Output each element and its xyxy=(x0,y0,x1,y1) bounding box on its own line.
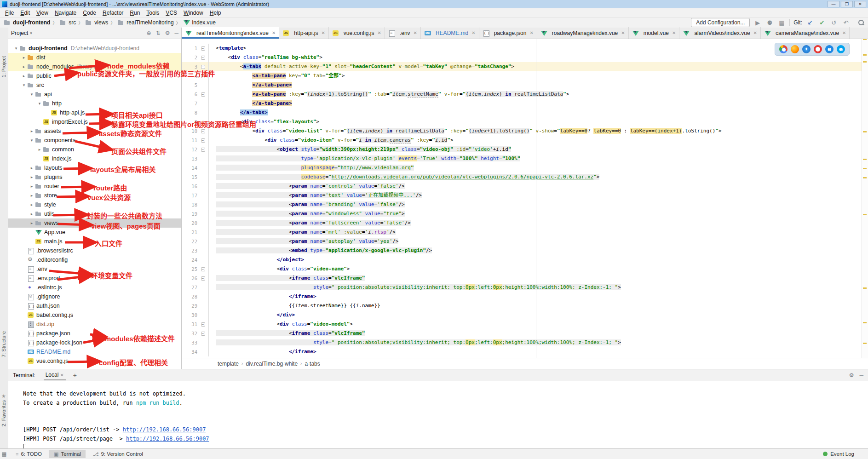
close-icon[interactable]: ✕ xyxy=(842,30,846,35)
fold-marker-icon[interactable]: − xyxy=(201,148,205,152)
tree-chevron-down-icon[interactable]: ▾ xyxy=(13,46,19,51)
tree-item-plugins[interactable]: ▸plugins xyxy=(8,172,181,182)
code-line-23[interactable]: 23 <embed type="application/x-google-vlc… xyxy=(182,246,868,255)
breadcrumb-item-src[interactable]: src xyxy=(59,19,76,26)
menu-file[interactable]: File xyxy=(2,9,17,17)
coverage-icon[interactable]: ▦ xyxy=(777,19,786,26)
tree-item-http[interactable]: ▾http xyxy=(8,99,181,108)
hide-panel-icon[interactable]: ─ xyxy=(174,30,178,36)
tree-item--eslintrc-js[interactable]: .eslintrc.js xyxy=(8,283,181,292)
code-line-6[interactable]: 6− <a-tab-pane :key="(index+1).toString(… xyxy=(182,90,868,99)
fold-marker-icon[interactable]: − xyxy=(201,267,205,271)
fold-marker-icon[interactable]: − xyxy=(201,322,205,327)
new-terminal-session-icon[interactable]: + xyxy=(73,372,77,379)
close-button[interactable]: ✕ xyxy=(854,1,866,7)
editor-breadcrumb-item[interactable]: template xyxy=(218,361,239,367)
git-commit-icon[interactable]: ✔ xyxy=(818,19,826,26)
tree-chevron-down-icon[interactable]: ▾ xyxy=(21,83,27,87)
code-line-2[interactable]: 2− <div class="realTime bg-white"> xyxy=(182,53,868,62)
opera-browser-icon[interactable] xyxy=(814,45,822,53)
code-line-30[interactable]: 30 </div> xyxy=(182,310,868,320)
tab-model-vue[interactable]: model.vue✕ xyxy=(629,27,680,39)
terminal-output[interactable]: Note that the development build is not o… xyxy=(8,381,868,453)
close-icon[interactable]: ✕ xyxy=(414,30,417,35)
code-line-29[interactable]: 29 {{item.streetName}} {{i.name}} xyxy=(182,301,868,310)
terminal-link[interactable]: http://192.168.66.56:9007 xyxy=(123,426,206,433)
code-line-16[interactable]: 16 <param name='controls' value='false'/… xyxy=(182,182,868,191)
chrome-browser-icon[interactable] xyxy=(779,45,788,53)
tree-chevron-right-icon[interactable]: ▸ xyxy=(29,166,35,170)
warning-stripe-mark[interactable] xyxy=(863,131,867,132)
code-line-24[interactable]: 24 </object> xyxy=(182,255,868,264)
tree-chevron-right-icon[interactable]: ▸ xyxy=(21,74,27,78)
tab-package-json[interactable]: package.json✕ xyxy=(479,27,537,39)
warning-stripe-mark[interactable] xyxy=(863,61,867,63)
search-everywhere-icon[interactable] xyxy=(858,19,864,26)
code-line-19[interactable]: 19 <param name="windowless" value="true"… xyxy=(182,209,868,218)
warning-stripe-mark[interactable] xyxy=(863,343,867,344)
code-line-28[interactable]: 28 </iframe> xyxy=(182,292,868,301)
tab-vue-config-js[interactable]: vue.config.js✕ xyxy=(329,27,385,39)
fold-marker-icon[interactable]: − xyxy=(201,92,205,97)
firefox-browser-icon[interactable] xyxy=(791,45,799,53)
code-line-10[interactable]: 10− <div class="video-list" v-for="(item… xyxy=(182,126,868,136)
minimize-button[interactable]: — xyxy=(828,1,839,7)
code-line-18[interactable]: 18 <param name='branding' value='false'/… xyxy=(182,200,868,209)
code-line-15[interactable]: 15 codebase="http://downloads.videolan.o… xyxy=(182,172,868,182)
ie-browser-icon[interactable]: e xyxy=(825,45,834,53)
code-line-27[interactable]: 27 style=" position:absolute;visibility:… xyxy=(182,283,868,292)
tab-cameraManage-index-vue[interactable]: cameraManage\index.vue✕ xyxy=(761,27,850,39)
gear-icon[interactable]: ⚙ xyxy=(165,30,170,36)
menu-run[interactable]: Run xyxy=(126,9,143,17)
code-line-21[interactable]: 21 <param name='mrl' :value='i.rtsp'/> xyxy=(182,228,868,237)
error-stripe-scrollbar[interactable] xyxy=(862,39,868,358)
close-icon[interactable]: ✕ xyxy=(272,30,276,35)
code-line-7[interactable]: 7 </a-tab-pane> xyxy=(182,99,868,108)
tab-roadwayManage-index-vue[interactable]: roadwayManage\index.vue✕ xyxy=(537,27,629,39)
editor-breadcrumb-item[interactable]: a-tabs xyxy=(305,361,320,367)
warning-stripe-mark[interactable] xyxy=(863,168,867,169)
terminal-link[interactable]: http://192.168.66.56:9007 xyxy=(126,436,209,442)
tree-item-auth-json[interactable]: auth.json xyxy=(8,301,181,310)
gear-icon[interactable]: ⚙ xyxy=(849,372,854,379)
close-icon[interactable]: ✕ xyxy=(321,30,325,35)
add-configuration-button[interactable]: Add Configuration... xyxy=(691,18,750,27)
fold-marker-icon[interactable]: − xyxy=(201,276,205,281)
hide-panel-icon[interactable]: ─ xyxy=(859,372,863,379)
code-line-31[interactable]: 31− <div class="video-model"> xyxy=(182,320,868,329)
code-line-17[interactable]: 17 <param name='text' value='正在加载视频中...'… xyxy=(182,191,868,200)
tree-chevron-down-icon[interactable]: ▾ xyxy=(29,138,35,143)
close-icon[interactable]: ✕ xyxy=(60,373,63,378)
safari-browser-icon[interactable] xyxy=(802,45,811,53)
event-log-button[interactable]: Event Log xyxy=(823,451,854,457)
code-line-14[interactable]: 14 pluginspage="http://www.videolan.org" xyxy=(182,163,868,172)
tool-stripe-favorites[interactable]: 2: Favorites xyxy=(1,400,6,426)
tree-item-README-md[interactable]: README.md xyxy=(8,347,181,356)
close-icon[interactable]: ✕ xyxy=(471,30,475,35)
menu-edit[interactable]: Edit xyxy=(17,9,33,17)
menu-vcs[interactable]: VCS xyxy=(162,9,180,17)
breadcrumb-item-duoji-frontend[interactable]: duoji-frontend xyxy=(4,19,50,26)
close-icon[interactable]: ✕ xyxy=(672,30,676,35)
tree-chevron-right-icon[interactable]: ▸ xyxy=(29,221,35,225)
menu-navigate[interactable]: Navigate xyxy=(52,9,80,17)
code-line-5[interactable]: 5 </a-tab-pane> xyxy=(182,80,868,90)
git-history-icon[interactable]: ↺ xyxy=(830,19,838,26)
warning-stripe-mark[interactable] xyxy=(863,287,867,289)
breadcrumb-item-realTimeMonitoring[interactable]: realTimeMonitoring xyxy=(117,19,173,26)
locate-file-icon[interactable]: ⊕ xyxy=(147,30,151,36)
fold-marker-icon[interactable]: − xyxy=(201,56,205,60)
git-update-icon[interactable]: ↙ xyxy=(806,19,814,26)
code-line-25[interactable]: 25− <div class="video-name"> xyxy=(182,264,868,274)
warning-stripe-mark[interactable] xyxy=(863,177,867,178)
run-icon[interactable]: ▶ xyxy=(753,19,762,26)
warning-stripe-mark[interactable] xyxy=(863,322,867,323)
breadcrumb-item-index.vue[interactable]: index.vue xyxy=(183,19,216,26)
tree-chevron-down-icon[interactable]: ▾ xyxy=(36,101,43,106)
code-line-33[interactable]: 33 style=" position:absolute;visibility:… xyxy=(182,338,868,347)
code-line-12[interactable]: 12− <object style="width:390px;height:21… xyxy=(182,145,868,154)
code-line-26[interactable]: 26− <iframe class="vlcIframe" xyxy=(182,274,868,283)
tree-item--gitignore[interactable]: .gitignore xyxy=(8,292,181,301)
tab--env[interactable]: .env✕ xyxy=(385,27,421,39)
close-icon[interactable]: ✕ xyxy=(621,30,625,35)
